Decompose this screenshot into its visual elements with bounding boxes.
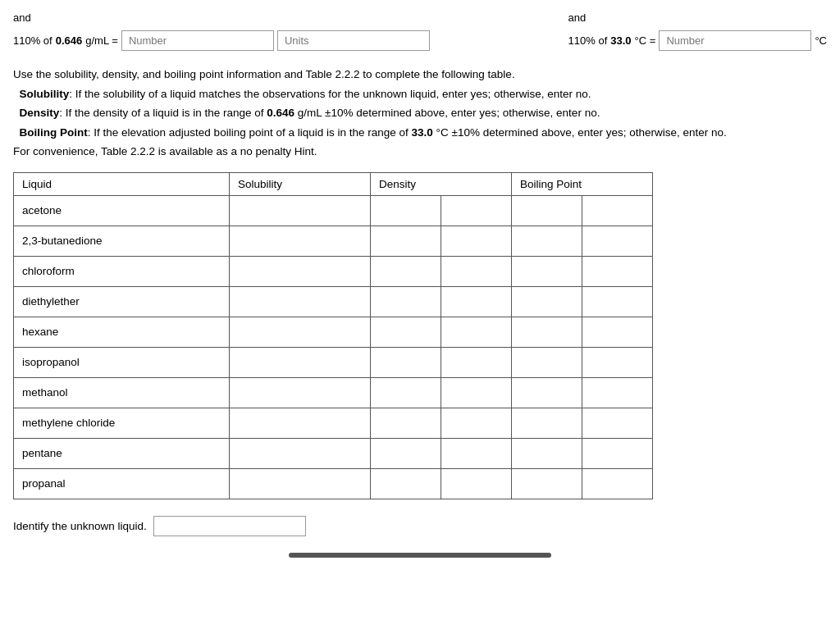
density-input[interactable] xyxy=(371,317,441,347)
table-row: 2,3-butanedione xyxy=(14,226,653,256)
density-instruction: Density: If the density of a liquid is i… xyxy=(13,104,827,122)
liquid-table: Liquid Solubility Density Boiling Point … xyxy=(13,172,653,499)
density-input[interactable] xyxy=(371,439,441,468)
solubility-cell[interactable] xyxy=(230,226,371,256)
boiling-point-cell[interactable] xyxy=(512,317,653,347)
density-input[interactable] xyxy=(371,378,441,408)
density-cell[interactable] xyxy=(371,377,512,408)
density-input[interactable] xyxy=(441,469,511,499)
density-input[interactable] xyxy=(441,439,511,468)
solubility-input[interactable] xyxy=(230,439,370,468)
solubility-cell[interactable] xyxy=(230,408,371,438)
table-row: diethylether xyxy=(14,286,653,317)
density-input[interactable] xyxy=(371,257,441,286)
boiling-input[interactable] xyxy=(582,408,652,438)
density-input[interactable] xyxy=(441,378,511,408)
liquid-name-cell: 2,3-butanedione xyxy=(14,226,230,256)
boiling-point-cell[interactable] xyxy=(512,468,653,499)
boiling-input[interactable] xyxy=(512,257,582,286)
boiling-input[interactable] xyxy=(512,196,582,226)
density-input[interactable] xyxy=(441,287,511,317)
boiling-input[interactable] xyxy=(582,196,652,226)
boiling-point-cell[interactable] xyxy=(512,256,653,286)
boiling-input[interactable] xyxy=(582,317,652,347)
solubility-input[interactable] xyxy=(230,348,370,377)
boiling-input[interactable] xyxy=(582,469,652,499)
bold-value-right: 33.0 xyxy=(610,34,631,47)
solubility-cell[interactable] xyxy=(230,438,371,468)
and-label-right: and xyxy=(568,11,827,24)
density-input[interactable] xyxy=(371,348,441,377)
and-label-left: and xyxy=(13,11,430,24)
density-cell[interactable] xyxy=(371,408,512,438)
solubility-cell[interactable] xyxy=(230,317,371,347)
identify-input[interactable] xyxy=(153,516,306,536)
boiling-input[interactable] xyxy=(582,257,652,286)
boiling-input[interactable] xyxy=(512,469,582,499)
density-input[interactable] xyxy=(371,469,441,499)
density-cell[interactable] xyxy=(371,195,512,226)
boiling-input[interactable] xyxy=(512,226,582,256)
boiling-input[interactable] xyxy=(582,348,652,377)
solubility-cell[interactable] xyxy=(230,256,371,286)
number-input-left[interactable] xyxy=(121,30,274,51)
density-cell[interactable] xyxy=(371,317,512,347)
table-row: hexane xyxy=(14,317,653,347)
boiling-input[interactable] xyxy=(582,439,652,468)
boiling-point-cell[interactable] xyxy=(512,438,653,468)
density-cell[interactable] xyxy=(371,347,512,377)
boiling-point-cell[interactable] xyxy=(512,195,653,226)
intro-text: Use the solubility, density, and boiling… xyxy=(13,66,827,84)
boiling-point-cell[interactable] xyxy=(512,347,653,377)
equation-row-left: 110% of 0.646 g/mL = xyxy=(13,30,430,51)
solubility-input[interactable] xyxy=(230,257,370,286)
density-input[interactable] xyxy=(441,317,511,347)
density-input[interactable] xyxy=(371,287,441,317)
solubility-input[interactable] xyxy=(230,287,370,317)
solubility-input[interactable] xyxy=(230,469,370,499)
boiling-input[interactable] xyxy=(512,408,582,438)
solubility-cell[interactable] xyxy=(230,195,371,226)
boiling-input[interactable] xyxy=(512,378,582,408)
density-input[interactable] xyxy=(441,348,511,377)
density-cell[interactable] xyxy=(371,438,512,468)
liquid-name-cell: pentane xyxy=(14,438,230,468)
density-cell[interactable] xyxy=(371,468,512,499)
table-row: acetone xyxy=(14,195,653,226)
solubility-cell[interactable] xyxy=(230,286,371,317)
boiling-point-cell[interactable] xyxy=(512,286,653,317)
solubility-input[interactable] xyxy=(230,196,370,226)
density-input[interactable] xyxy=(441,226,511,256)
boiling-point-cell[interactable] xyxy=(512,377,653,408)
solubility-input[interactable] xyxy=(230,408,370,438)
boiling-input[interactable] xyxy=(582,378,652,408)
boiling-point-cell[interactable] xyxy=(512,408,653,438)
boiling-point-cell[interactable] xyxy=(512,226,653,256)
solubility-input[interactable] xyxy=(230,317,370,347)
boiling-input[interactable] xyxy=(512,439,582,468)
boiling-input[interactable] xyxy=(512,348,582,377)
boiling-input[interactable] xyxy=(512,287,582,317)
units-input-left[interactable] xyxy=(277,30,430,51)
density-input[interactable] xyxy=(441,257,511,286)
solubility-cell[interactable] xyxy=(230,377,371,408)
solubility-input[interactable] xyxy=(230,378,370,408)
top-left: and 110% of 0.646 g/mL = xyxy=(13,11,430,51)
boiling-input[interactable] xyxy=(512,317,582,347)
solubility-input[interactable] xyxy=(230,226,370,256)
density-input[interactable] xyxy=(441,196,511,226)
solubility-cell[interactable] xyxy=(230,468,371,499)
density-cell[interactable] xyxy=(371,286,512,317)
density-input[interactable] xyxy=(371,196,441,226)
density-cell[interactable] xyxy=(371,256,512,286)
solubility-cell[interactable] xyxy=(230,347,371,377)
density-cell[interactable] xyxy=(371,226,512,256)
table-row: propanal xyxy=(14,468,653,499)
prefix-left: 110% of xyxy=(13,34,52,47)
boiling-input[interactable] xyxy=(582,287,652,317)
boiling-input[interactable] xyxy=(582,226,652,256)
number-input-right[interactable] xyxy=(659,30,811,51)
density-input[interactable] xyxy=(371,226,441,256)
density-input[interactable] xyxy=(441,408,511,438)
density-input[interactable] xyxy=(371,408,441,438)
